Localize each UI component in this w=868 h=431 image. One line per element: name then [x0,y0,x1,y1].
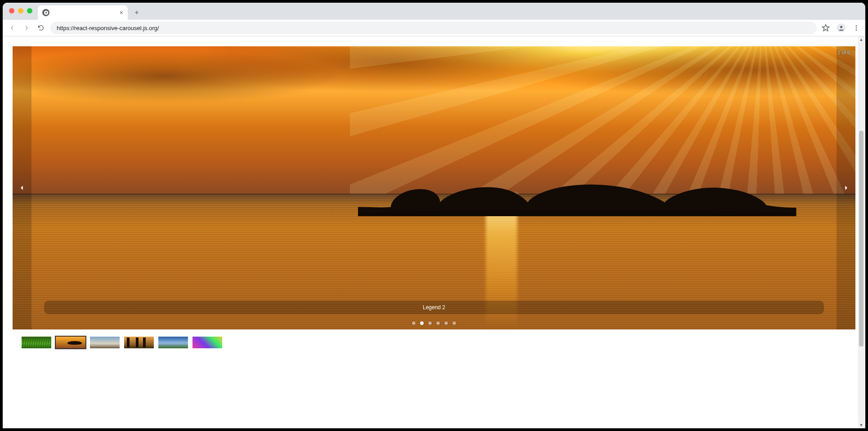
kebab-menu-icon[interactable] [852,23,861,32]
carousel-main-slide: 2 of 6 Legend 2 [13,46,855,329]
scrollbar-down-icon[interactable]: ▼ [858,422,864,428]
carousel-dots [13,321,855,325]
window-maximize-button[interactable] [27,8,32,13]
window-minimize-button[interactable] [18,8,23,13]
carousel-thumb-2[interactable] [55,336,86,349]
vertical-scrollbar[interactable]: ▲ ▼ [858,36,864,428]
scrollbar-up-icon[interactable]: ▲ [858,36,864,43]
carousel-dot-6[interactable] [452,321,456,325]
carousel-dot-2[interactable] [420,321,424,325]
carousel-thumb-5[interactable] [157,336,189,349]
carousel-legend: Legend 2 [44,301,824,314]
toolbar-right [821,23,861,32]
svg-point-4 [856,25,857,27]
carousel-dot-5[interactable] [444,321,448,325]
page-content: 2 of 6 Legend 2 [3,36,865,376]
carousel-thumb-6[interactable] [192,336,223,349]
carousel-dot-3[interactable] [428,321,432,325]
bookmark-star-icon[interactable] [821,23,830,32]
page-viewport[interactable]: 2 of 6 Legend 2 [3,36,865,428]
forward-button[interactable] [22,23,31,33]
island-silhouette [358,177,796,216]
carousel-thumb-1[interactable] [21,336,52,349]
address-bar[interactable]: https://react-responsive-carousel.js.org… [50,22,817,34]
window-controls [9,8,32,13]
svg-point-3 [840,26,842,28]
tab-strip: × + [3,3,865,20]
browser-window: × + https://react-responsive-carousel.js… [3,3,865,428]
svg-point-5 [856,27,857,29]
browser-tab[interactable]: × [38,5,128,20]
tab-favicon [42,9,49,16]
slide-image-sunset [13,46,855,329]
carousel-dot-1[interactable] [412,321,416,325]
carousel-thumb-4[interactable] [123,336,155,349]
carousel-next-button[interactable] [837,46,855,329]
reload-button[interactable] [36,23,46,33]
scrollbar-thumb[interactable] [859,131,864,347]
profile-avatar-icon[interactable] [837,23,846,32]
carousel-dot-4[interactable] [436,321,440,325]
back-button[interactable] [7,23,17,33]
browser-toolbar: https://react-responsive-carousel.js.org… [3,20,865,36]
carousel-prev-button[interactable] [13,46,31,329]
carousel-thumbnails [13,336,855,349]
window-close-button[interactable] [9,8,14,13]
svg-marker-2 [823,25,829,31]
svg-point-6 [856,29,857,31]
carousel-thumb-3[interactable] [89,336,121,349]
address-bar-url: https://react-responsive-carousel.js.org… [57,25,159,31]
carousel: 2 of 6 Legend 2 [13,46,855,349]
tab-close-icon[interactable]: × [120,9,123,16]
svg-point-1 [45,12,47,13]
new-tab-button[interactable]: + [130,6,143,19]
